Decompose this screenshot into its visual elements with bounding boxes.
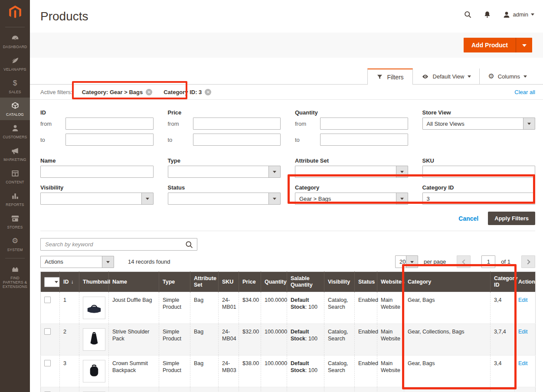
content-icon	[1, 169, 29, 179]
sidebar-item-dashboard[interactable]: DASHBOARD	[0, 30, 30, 52]
column-header-id[interactable]: ID	[60, 272, 79, 292]
apply-filters-button[interactable]: Apply Filters	[488, 212, 535, 225]
pagination: 20 per page of 1	[395, 255, 535, 268]
column-header-attribute-set[interactable]: Attribute Set	[190, 272, 219, 292]
filter-group-attribute-set: Attribute Set	[295, 157, 408, 178]
records-found-text: 14 records found	[128, 258, 170, 265]
quantity-to-input[interactable]	[320, 134, 408, 146]
salable-quantity-cell: Default Stock: 100	[287, 324, 324, 356]
product-thumbnail[interactable]	[83, 328, 105, 351]
sidebar-item-system[interactable]: ⚙ SYSTEM	[0, 233, 30, 255]
velanapps-icon	[1, 56, 29, 66]
column-header-category[interactable]: Category	[404, 272, 491, 292]
reports-icon	[1, 192, 29, 201]
keyword-search-input[interactable]	[41, 238, 197, 250]
current-page-input[interactable]	[481, 255, 495, 268]
sidebar-item-stores[interactable]: STORES	[0, 210, 30, 233]
sidebar-item-marketing[interactable]: MARKETING	[0, 143, 30, 165]
notifications-bell-icon[interactable]	[483, 10, 491, 19]
next-page-button[interactable]	[521, 255, 535, 268]
search-icon[interactable]	[185, 240, 193, 251]
table-row: 1 Joust Duffle Bag Simple Product Bag 24…	[41, 292, 536, 324]
sidebar-item-catalog[interactable]: CATALOG	[0, 98, 30, 120]
add-product-button[interactable]: Add Product	[464, 38, 532, 52]
filter-panel: ID from to Price from to Quantity from t…	[30, 100, 543, 231]
price-from-input[interactable]	[193, 118, 281, 130]
filter-actions: Cancel Apply Filters	[40, 205, 535, 231]
admin-account-menu[interactable]: admin	[503, 11, 534, 19]
row-checkbox[interactable]	[44, 360, 51, 366]
column-header-visibility[interactable]: Visibility	[324, 272, 355, 292]
type-select[interactable]	[168, 166, 281, 178]
clear-all-filters-link[interactable]: Clear all	[514, 89, 535, 95]
sidebar-item-velanapps[interactable]: VELANAPPS	[0, 52, 30, 75]
active-filters-row: Active filters: Category: Gear > Bags Ca…	[30, 85, 543, 100]
id-to-input[interactable]	[65, 134, 154, 146]
filter-group-sku: SKU	[422, 157, 536, 178]
product-thumbnail[interactable]	[83, 360, 105, 382]
category-select[interactable]: Gear > Bags	[295, 193, 408, 205]
sidebar-item-content[interactable]: CONTENT	[0, 165, 30, 188]
column-header-type[interactable]: Type	[159, 272, 190, 292]
column-header-thumbnail[interactable]: Thumbnail	[79, 272, 109, 292]
sidebar-item-reports[interactable]: REPORTS	[0, 188, 30, 210]
visibility-select[interactable]	[40, 193, 154, 205]
column-header-sku[interactable]: SKU	[219, 272, 239, 292]
attribute-set-select[interactable]	[295, 166, 408, 178]
sidebar-item-sales[interactable]: $ SALES	[0, 75, 30, 98]
filter-row-3: Visibility Status Category Gear > Bags C…	[40, 184, 535, 205]
per-page-label: per page	[424, 258, 446, 265]
salable-quantity-cell: Default Stock: 100	[287, 356, 324, 387]
select-all-dropdown[interactable]	[44, 277, 61, 287]
cancel-button[interactable]: Cancel	[458, 215, 478, 222]
edit-link[interactable]: Edit	[518, 297, 528, 303]
column-header-salable-quantity[interactable]: Salable Quantity	[287, 272, 324, 292]
per-page-select[interactable]: 20	[395, 255, 418, 268]
product-thumbnail[interactable]	[83, 297, 105, 319]
filter-group-store-view: Store View All Store Views	[422, 109, 536, 150]
actions-select[interactable]: Actions	[40, 256, 114, 268]
row-checkbox[interactable]	[44, 297, 51, 303]
remove-filter-icon[interactable]	[205, 89, 211, 95]
add-product-split-toggle[interactable]	[516, 38, 532, 52]
column-header-websites[interactable]: Websites	[377, 272, 404, 292]
chevron-down-icon	[406, 256, 418, 268]
store-view-select[interactable]: All Store Views	[422, 118, 536, 130]
column-header-action[interactable]: Action	[515, 272, 536, 292]
columns-control[interactable]: ⚙ Columns	[479, 69, 535, 84]
column-header-name[interactable]: Name	[109, 272, 159, 292]
name-input[interactable]	[40, 166, 154, 178]
quantity-from-input[interactable]	[320, 118, 408, 130]
filter-group-status: Status	[168, 184, 281, 205]
chevron-down-icon	[268, 166, 280, 177]
column-header-quantity[interactable]: Quantity	[261, 272, 287, 292]
sort-descending-icon	[69, 279, 74, 285]
price-to-input[interactable]	[193, 134, 281, 146]
edit-link[interactable]: Edit	[518, 360, 528, 366]
filter-group-quantity: Quantity from to	[295, 109, 408, 150]
chevron-down-icon	[522, 44, 527, 49]
default-view-control[interactable]: Default View	[413, 69, 480, 84]
id-from-input[interactable]	[65, 118, 154, 130]
magento-logo[interactable]	[0, 0, 30, 24]
filters-tab[interactable]: Filters	[367, 69, 412, 85]
global-search-icon[interactable]	[464, 10, 472, 19]
sidebar-item-customers[interactable]: CUSTOMERS	[0, 120, 30, 143]
active-filter-chip-category: Category: Gear > Bags	[82, 89, 153, 95]
sidebar-item-find-partners[interactable]: FIND PARTNERS & EXTENSIONS	[0, 261, 30, 292]
category-id-input[interactable]	[422, 193, 536, 205]
column-header-category-id[interactable]: Category ID	[491, 272, 515, 292]
column-header-status[interactable]: Status	[355, 272, 377, 292]
column-header-price[interactable]: Price	[239, 272, 261, 292]
sku-input[interactable]	[422, 166, 536, 178]
row-checkbox[interactable]	[44, 328, 51, 335]
status-select[interactable]	[168, 193, 281, 205]
select-all-header	[41, 272, 60, 292]
filter-group-name: Name	[40, 157, 154, 178]
remove-filter-icon[interactable]	[146, 89, 152, 95]
previous-page-button[interactable]	[457, 255, 471, 268]
filter-funnel-icon	[376, 74, 383, 80]
table-row: 4 Wayfarer Messenger Bag Simple Product …	[41, 387, 536, 392]
page-header: Products admin	[30, 0, 543, 33]
edit-link[interactable]: Edit	[518, 329, 528, 335]
